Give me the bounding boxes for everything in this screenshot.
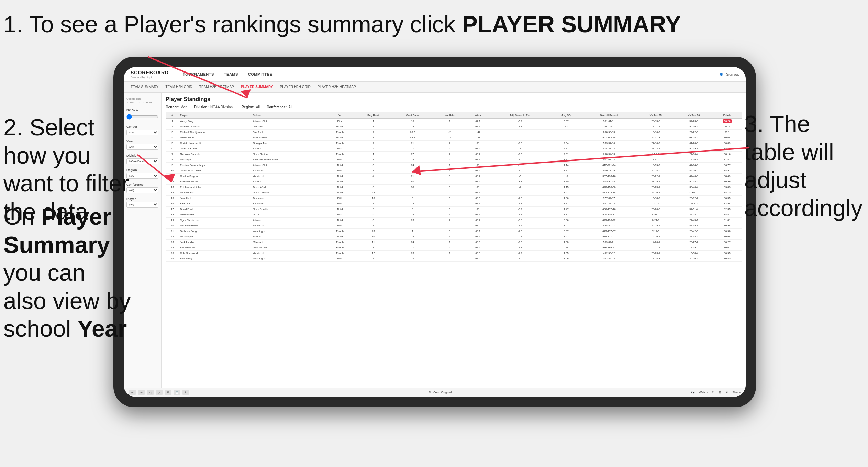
cell-adj: -0.5 (489, 190, 551, 196)
cell-rank: 26 (166, 256, 179, 262)
cell-points: 79.1 (713, 130, 742, 135)
nav-teams[interactable]: TEAMS (223, 71, 239, 78)
col-no-rds: No. Rds. (433, 112, 467, 119)
cell-points: 80.68 (713, 234, 742, 240)
cell-reg-rank: 4 (355, 212, 392, 218)
cell-wins: 69.4 (467, 245, 489, 251)
cell-wins: 68.5 (467, 223, 489, 229)
cell-avg-sg: 1.41 (551, 190, 581, 196)
cell-rds: 2 (433, 245, 467, 251)
back-button[interactable]: ◁ (147, 390, 154, 395)
cell-avg-sg: 1.56 (551, 256, 581, 262)
col-adj: Adj. Score to Par (489, 112, 551, 119)
nav-tournaments[interactable]: TOURNAMENTS (182, 71, 215, 78)
cell-rds: 0 (433, 201, 467, 207)
cell-overall: 400-73-25 (581, 168, 637, 174)
cell-vt25: 44-64-6 (675, 163, 713, 168)
filter-region: Region: All (242, 105, 260, 109)
cell-points: 87.42 (713, 157, 742, 163)
table-row: 15 Jake Hall Tennessee Fifth 18 0 0 68.5… (166, 196, 742, 201)
col-player: Player (179, 112, 252, 119)
step2-number: 2. (3, 114, 23, 140)
cell-yr: Fourth (325, 229, 354, 234)
cell-rds: 1 (433, 234, 467, 240)
forward-button[interactable]: ▷ (156, 390, 163, 395)
cell-school: Florida (252, 234, 325, 240)
cell-points: 80.98 (713, 229, 742, 234)
cell-rds: 2 (433, 218, 467, 223)
cell-conf-rank: 0 (392, 190, 433, 196)
filter-conference-value: All (288, 105, 292, 109)
cell-vt25: 38-40-4 (675, 185, 713, 190)
cell-player: Alex Goff (179, 201, 252, 207)
table-row: 21 Taehoon Song Washington Fourth 23 1 0… (166, 229, 742, 234)
cell-vt25: 55-16-4 (675, 124, 713, 130)
sign-out-link[interactable]: Sign out (726, 73, 739, 76)
cell-rank: 25 (166, 251, 179, 256)
subnav-team-h2h-grid[interactable]: TEAM H2H GRID (166, 84, 192, 90)
cell-school: Vanderbilt (252, 223, 325, 229)
watch-label[interactable]: Watch (699, 391, 708, 394)
cell-adj: -0.5 (489, 163, 551, 168)
cell-conf-rank: 25 (392, 256, 433, 262)
cell-adj: -3.2 (489, 119, 551, 124)
cell-rds: 0 (433, 256, 467, 262)
cell-vt25: 25-42-3 (675, 229, 713, 234)
cell-avg-sg: 1.14 (551, 163, 581, 168)
redo-button[interactable]: ↪ (138, 390, 145, 395)
cell-conf-rank: 21 (392, 174, 433, 179)
table-row: 4 Luke Claton Florida State Second 1 68.… (166, 135, 742, 141)
step1-number: 1. (3, 11, 23, 37)
cell-overall: 473-177-57 (581, 229, 637, 234)
cell-conf-rank: 40 (392, 179, 433, 185)
cell-record: 26-20-5 (637, 207, 675, 212)
cell-rds: 1 (433, 163, 467, 168)
cell-vt25: 51-61-10 (675, 190, 713, 196)
cell-yr: Fourth (325, 245, 354, 251)
cell-wins: 68.7 (467, 174, 489, 179)
undo-button[interactable]: ↩ (129, 390, 136, 395)
cell-vt25: 22-22-0 (675, 130, 713, 135)
subnav-player-h2h-heatmap[interactable]: PLAYER H2H HEATMAP (318, 84, 356, 90)
cell-avg-sg: 1.61 (551, 223, 581, 229)
cell-reg-rank: 1 (355, 124, 392, 130)
cell-school: Auburn (252, 146, 325, 152)
cell-conf-rank: 24 (392, 234, 433, 240)
cell-school: Arizona State (252, 119, 325, 124)
cell-school: Vanderbilt (252, 251, 325, 256)
paste-button[interactable]: 📋 (174, 390, 180, 395)
cell-yr: Third (325, 190, 354, 196)
cell-reg-rank: 1 (355, 245, 392, 251)
cell-vt25: 47-40-3 (675, 174, 713, 179)
cell-reg-rank: 3 (355, 163, 392, 168)
header-right: 👤 Sign out (719, 73, 739, 76)
cell-player: Mats Ege (179, 157, 252, 163)
subnav-team-summary[interactable]: TEAM SUMMARY (131, 84, 159, 90)
table-row: 6 Jackson Koivun Auburn First 2 27 2 68.… (166, 146, 742, 152)
subnav-player-summary[interactable]: PLAYER SUMMARY (241, 84, 273, 90)
share-label[interactable]: Share (732, 391, 741, 394)
cell-adj: -2.5 (489, 141, 551, 146)
cell-yr: Third (325, 174, 354, 179)
copy-button[interactable]: ⧉ (165, 390, 171, 395)
col-school: School (252, 112, 325, 119)
filter-gender-label: Gender: (166, 105, 179, 109)
cell-adj: -1.2 (489, 251, 551, 256)
cell-points: 88.49 (713, 174, 742, 179)
cell-vt25: 26-12-2 (675, 196, 713, 201)
nav-committee[interactable]: COMMITTEE (247, 71, 273, 78)
subnav-team-h2h-heatmap[interactable]: TEAM H2H HEATMAP (199, 84, 234, 90)
cell-avg-sg: 1.43 (551, 234, 581, 240)
cell-rds: 0 (433, 207, 467, 212)
table-row: 17 David Ford North Carolina Third 9 0 0… (166, 207, 742, 212)
cell-overall: 514-111-52 (581, 234, 637, 240)
subnav-player-h2h-grid[interactable]: PLAYER H2H GRID (280, 84, 311, 90)
refresh-button[interactable]: ↻ (182, 390, 189, 395)
cell-avg-sg: 2.34 (551, 141, 581, 146)
cell-avg-sg: 2.01 (551, 152, 581, 157)
step1-bold: PLAYER SUMMARY (462, 11, 681, 37)
annotation-step1: 1. To see a Player's rankings summary cl… (3, 10, 681, 38)
cell-vt25: 12-16-3 (675, 157, 713, 163)
cell-player: Petr Hruby (179, 256, 252, 262)
cell-adj: -3 (489, 174, 551, 179)
